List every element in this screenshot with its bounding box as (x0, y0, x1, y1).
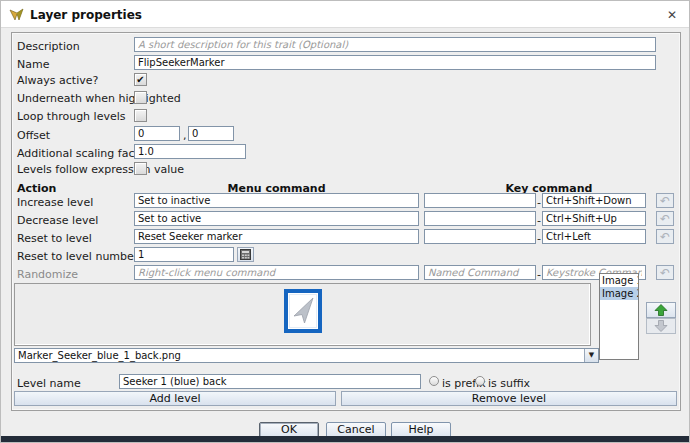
decrease-level-label: Decrease level (17, 214, 98, 227)
underneath-checkbox[interactable]: ✔ (134, 91, 147, 104)
undo-icon[interactable]: ↶ (656, 193, 674, 208)
level-name-label: Level name (17, 377, 81, 390)
arrow-up-icon (654, 304, 668, 316)
seeker-marker-image (284, 289, 322, 337)
randomize-label: Randomize (17, 268, 78, 281)
reset-level-number-label: Reset to level number (17, 250, 138, 263)
level-name-input[interactable] (119, 374, 421, 389)
reset-menu-input[interactable] (134, 229, 419, 244)
offset-x-input[interactable] (134, 126, 180, 141)
calculator-icon[interactable] (237, 247, 254, 262)
increase-named-key-input[interactable] (424, 193, 536, 208)
levels-follow-label: Levels follow expression value (17, 163, 184, 176)
key-separator: - (537, 268, 541, 281)
levels-follow-checkbox[interactable]: ✔ (134, 162, 147, 175)
image-dropdown-value: Marker_Seeker_blue_1_back.png (18, 350, 181, 361)
randomize-named-key-input[interactable] (424, 265, 536, 280)
key-separator: - (537, 232, 541, 245)
checkmark-icon: ✔ (135, 74, 146, 86)
arrow-down-icon (654, 320, 668, 332)
key-separator: - (537, 196, 541, 209)
is-suffix-radio[interactable] (475, 376, 485, 386)
undo-icon[interactable]: ↶ (656, 211, 674, 226)
list-item[interactable]: Image 2 (600, 287, 638, 300)
action-column-header: Action (17, 182, 56, 195)
randomize-menu-input[interactable] (134, 265, 419, 280)
close-icon[interactable]: ✕ (663, 6, 681, 24)
name-input[interactable] (134, 55, 656, 70)
title-bar: Layer properties ✕ (1, 1, 689, 28)
always-active-checkbox[interactable]: ✔ (134, 73, 147, 86)
loop-checkbox[interactable]: ✔ (134, 109, 147, 122)
description-input[interactable] (134, 37, 656, 52)
reset-keystroke-input[interactable] (542, 229, 646, 244)
reset-level-label: Reset to level (17, 232, 92, 245)
is-suffix-label: is suffix (488, 377, 530, 390)
remove-level-button[interactable]: Remove level (341, 391, 677, 406)
decrease-menu-input[interactable] (134, 211, 419, 226)
offset-separator: , (183, 129, 187, 142)
increase-keystroke-input[interactable] (542, 193, 646, 208)
list-item[interactable]: Image 1 (600, 274, 638, 287)
decrease-named-key-input[interactable] (424, 211, 536, 226)
image-preview-area (14, 283, 591, 346)
image-dropdown[interactable]: Marker_Seeker_blue_1_back.png ▼ (14, 348, 599, 363)
background-strip (1, 436, 689, 442)
image-list: Image 1 Image 2 (599, 273, 639, 360)
underneath-label: Underneath when highlighted (17, 92, 181, 105)
add-level-button[interactable]: Add level (14, 391, 336, 406)
loop-label: Loop through levels (17, 110, 125, 123)
increase-menu-input[interactable] (134, 193, 419, 208)
increase-level-label: Increase level (17, 196, 93, 209)
move-down-button[interactable] (646, 318, 676, 334)
always-active-label: Always active? (17, 74, 98, 87)
decrease-keystroke-input[interactable] (542, 211, 646, 226)
move-up-button[interactable] (646, 302, 676, 318)
name-label: Name (17, 58, 49, 71)
reset-level-number-input[interactable] (134, 247, 234, 262)
offset-y-input[interactable] (188, 126, 234, 141)
is-prefix-radio[interactable] (429, 376, 439, 386)
description-label: Description (17, 40, 80, 53)
reset-named-key-input[interactable] (424, 229, 536, 244)
undo-icon[interactable]: ↶ (656, 229, 674, 244)
chevron-down-icon[interactable]: ▼ (584, 349, 598, 362)
undo-icon[interactable]: ↶ (656, 265, 674, 280)
key-separator: - (537, 214, 541, 227)
scaling-input[interactable] (134, 144, 246, 159)
layer-properties-dialog: Layer properties ✕ Description Name Alwa… (0, 0, 690, 443)
window-title: Layer properties (30, 8, 142, 22)
vassal-logo-icon (9, 7, 24, 26)
offset-label: Offset (17, 129, 50, 142)
